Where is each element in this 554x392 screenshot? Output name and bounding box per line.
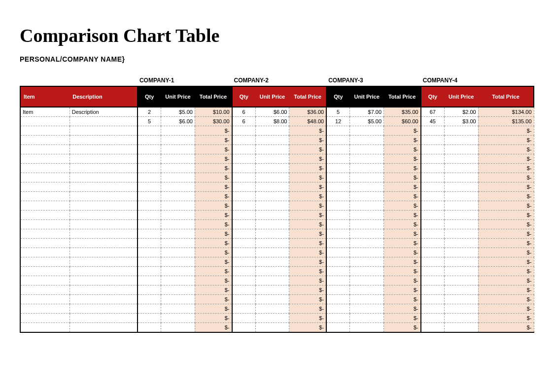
total-cell: $- <box>195 323 232 333</box>
item-cell <box>20 295 69 304</box>
table-row: $-$-$-$- <box>20 154 534 164</box>
qty-cell <box>138 248 161 257</box>
qty-cell: 5 <box>326 107 350 117</box>
qty-cell <box>421 182 445 192</box>
unit-cell <box>350 182 384 192</box>
unit-cell <box>444 136 478 145</box>
description-cell <box>69 192 138 201</box>
qty-cell <box>138 201 161 211</box>
company-1-label: COMPANY-1 <box>138 77 232 86</box>
unit-cell <box>255 182 289 192</box>
qty-cell <box>138 164 161 173</box>
total-cell: $- <box>195 164 232 173</box>
total-cell: $- <box>289 192 326 201</box>
table-row: $-$-$-$- <box>20 285 534 295</box>
total-cell: $- <box>478 314 534 323</box>
qty-cell <box>326 164 350 173</box>
unit-cell <box>255 164 289 173</box>
total-cell: $- <box>478 285 534 295</box>
total-cell: $- <box>384 182 421 192</box>
qty-cell <box>421 201 445 211</box>
qty-cell <box>138 154 161 164</box>
qty-cell <box>138 182 161 192</box>
unit-cell <box>350 295 384 304</box>
unit-cell <box>255 304 289 314</box>
qty-cell <box>326 136 350 145</box>
qty-cell: 6 <box>232 117 256 126</box>
description-cell <box>69 164 138 173</box>
qty-cell <box>232 248 256 257</box>
table-row: $-$-$-$- <box>20 314 534 323</box>
total-cell: $- <box>289 267 326 276</box>
unit-cell <box>161 267 195 276</box>
qty-cell <box>138 192 161 201</box>
total-cell: $- <box>289 173 326 182</box>
qty-cell <box>326 211 350 220</box>
total-cell: $- <box>384 201 421 211</box>
qty-cell <box>138 173 161 182</box>
unit-cell <box>161 304 195 314</box>
total-cell: $- <box>289 248 326 257</box>
description-cell <box>69 201 138 211</box>
description-cell <box>69 304 138 314</box>
qty-cell <box>138 285 161 295</box>
description-cell <box>69 145 138 154</box>
qty-cell <box>138 239 161 248</box>
qty-cell: 45 <box>421 117 445 126</box>
total-cell: $- <box>195 304 232 314</box>
unit-cell <box>350 276 384 285</box>
total-cell: $- <box>478 136 534 145</box>
total-cell: $- <box>384 192 421 201</box>
total-cell: $- <box>195 257 232 267</box>
qty-cell <box>232 173 256 182</box>
header-c1-total: Total Price <box>195 86 232 107</box>
header-c2-unit: Unit Price <box>255 86 289 107</box>
unit-cell <box>350 192 384 201</box>
total-cell: $- <box>384 267 421 276</box>
total-cell: $- <box>478 267 534 276</box>
unit-cell <box>444 220 478 229</box>
header-row: Item Description Qty Unit Price Total Pr… <box>20 86 534 107</box>
unit-cell <box>444 173 478 182</box>
company-3-label: COMPANY-3 <box>326 77 421 86</box>
qty-cell <box>326 145 350 154</box>
company-4-label: COMPANY-4 <box>421 77 534 86</box>
qty-cell <box>326 267 350 276</box>
total-cell: $- <box>478 182 534 192</box>
table-row: $-$-$-$- <box>20 145 534 154</box>
total-cell: $- <box>384 239 421 248</box>
header-c4-total: Total Price <box>478 86 534 107</box>
header-description: Description <box>69 86 138 107</box>
qty-cell <box>421 314 445 323</box>
qty-cell <box>232 239 256 248</box>
unit-cell <box>444 239 478 248</box>
total-cell: $- <box>478 211 534 220</box>
qty-cell <box>421 164 445 173</box>
description-cell <box>69 257 138 267</box>
qty-cell <box>326 304 350 314</box>
unit-cell <box>350 145 384 154</box>
unit-cell <box>444 314 478 323</box>
item-cell <box>20 239 69 248</box>
unit-cell <box>350 201 384 211</box>
qty-cell <box>138 323 161 333</box>
total-cell: $- <box>289 145 326 154</box>
header-c2-qty: Qty <box>232 86 256 107</box>
unit-cell <box>255 145 289 154</box>
total-cell: $- <box>384 323 421 333</box>
qty-cell: 67 <box>421 107 445 117</box>
qty-cell <box>326 126 350 136</box>
total-cell: $- <box>195 276 232 285</box>
unit-cell: $6.00 <box>161 117 195 126</box>
qty-cell <box>421 239 445 248</box>
unit-cell <box>255 211 289 220</box>
unit-cell <box>255 295 289 304</box>
unit-cell: $5.00 <box>350 117 384 126</box>
item-cell <box>20 136 69 145</box>
unit-cell <box>350 173 384 182</box>
table-row: $-$-$-$- <box>20 239 534 248</box>
qty-cell <box>232 145 256 154</box>
item-cell <box>20 304 69 314</box>
qty-cell <box>138 220 161 229</box>
qty-cell <box>232 304 256 314</box>
